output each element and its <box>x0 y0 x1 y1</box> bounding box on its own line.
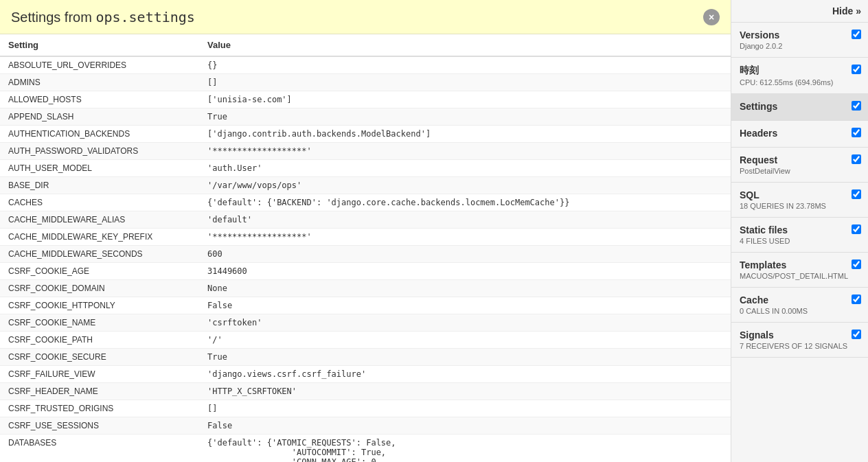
setting-value: 'default' <box>199 211 731 229</box>
setting-value: 'HTTP_X_CSRFTOKEN' <box>199 383 731 400</box>
setting-value: True <box>199 349 731 366</box>
page-title: Settings from ops.settings <box>11 9 195 25</box>
setting-value: True <box>199 108 731 126</box>
table-row: APPEND_SLASHTrue <box>0 108 731 126</box>
setting-value: ['django.contrib.auth.backends.ModelBack… <box>199 126 731 143</box>
sidebar-item-signals[interactable]: Signals7 RECEIVERS OF 12 SIGNALS <box>731 323 868 358</box>
table-row: AUTH_PASSWORD_VALIDATORS'***************… <box>0 143 731 160</box>
table-row: CSRF_COOKIE_HTTPONLYFalse <box>0 297 731 314</box>
sidebar-checkbox-signals[interactable] <box>852 330 861 339</box>
sidebar-item-subtitle-static-files: 4 FILES USED <box>740 237 860 245</box>
sidebar-checkbox-cache[interactable] <box>852 294 861 304</box>
sidebar-item-time[interactable]: 時刻CPU: 612.55ms (694.96ms) <box>731 58 868 94</box>
setting-name: ALLOWED_HOSTS <box>0 91 199 108</box>
setting-name: AUTHENTICATION_BACKENDS <box>0 126 199 143</box>
sidebar-item-static-files[interactable]: Static files4 FILES USED <box>731 218 868 253</box>
sidebar-checkbox-headers[interactable] <box>852 128 861 137</box>
sidebar-item-title-settings: Settings <box>740 101 860 112</box>
table-row: CSRF_HEADER_NAME'HTTP_X_CSRFTOKEN' <box>0 383 731 400</box>
col-setting: Setting <box>0 34 199 56</box>
setting-name: CACHES <box>0 194 199 211</box>
sidebar-item-subtitle-request: PostDetailView <box>740 167 860 175</box>
sidebar-item-title-signals: Signals <box>740 330 860 340</box>
table-row: CSRF_COOKIE_AGE31449600 <box>0 263 731 280</box>
sidebar-checkbox-templates[interactable] <box>852 259 861 269</box>
main-panel: Settings from ops.settings × Setting Val… <box>0 0 731 462</box>
table-row: DATABASES{'default': {'ATOMIC_REQUESTS':… <box>0 435 731 463</box>
setting-value: 31449600 <box>199 263 731 280</box>
setting-name: ABSOLUTE_URL_OVERRIDES <box>0 56 199 74</box>
sidebar-item-cache[interactable]: Cache0 CALLS IN 0.00MS <box>731 288 868 323</box>
table-row: CACHES{'default': {'BACKEND': 'django.co… <box>0 194 731 211</box>
setting-value: '/var/www/vops/ops' <box>199 177 731 194</box>
setting-value: None <box>199 280 731 297</box>
main-header: Settings from ops.settings × <box>0 0 731 34</box>
sidebar-item-versions[interactable]: VersionsDjango 2.0.2 <box>731 23 868 58</box>
close-button[interactable]: × <box>703 9 720 25</box>
hide-button[interactable]: Hide » <box>832 5 861 16</box>
sidebar-item-templates[interactable]: TemplatesMACUOS/POST_DETAIL.HTML <box>731 253 868 288</box>
setting-name: CACHE_MIDDLEWARE_KEY_PREFIX <box>0 229 199 246</box>
setting-name: AUTH_USER_MODEL <box>0 160 199 177</box>
setting-value: 'csrftoken' <box>199 314 731 332</box>
sidebar-item-title-static-files: Static files <box>740 224 860 235</box>
sidebar-checkbox-versions[interactable] <box>852 30 861 39</box>
table-row: CACHE_MIDDLEWARE_SECONDS600 <box>0 246 731 263</box>
setting-value: {'default': {'ATOMIC_REQUESTS': False, '… <box>199 435 731 463</box>
sidebar-top: Hide » <box>731 0 868 23</box>
setting-value: ['unisia-se.com'] <box>199 91 731 108</box>
sidebar-item-title-sql: SQL <box>740 189 860 200</box>
setting-name: BASE_DIR <box>0 177 199 194</box>
table-row: BASE_DIR'/var/www/vops/ops' <box>0 177 731 194</box>
table-row: AUTH_USER_MODEL'auth.User' <box>0 160 731 177</box>
sidebar-checkbox-time[interactable] <box>852 65 861 74</box>
setting-value: {'default': {'BACKEND': 'django.core.cac… <box>199 194 731 211</box>
setting-value: {} <box>199 56 731 74</box>
setting-name: CSRF_COOKIE_SECURE <box>0 349 199 366</box>
setting-name: CACHE_MIDDLEWARE_SECONDS <box>0 246 199 263</box>
sidebar-item-headers[interactable]: Headers <box>731 121 868 148</box>
table-row: AUTHENTICATION_BACKENDS['django.contrib.… <box>0 126 731 143</box>
setting-name: CSRF_COOKIE_HTTPONLY <box>0 297 199 314</box>
setting-name: CSRF_COOKIE_NAME <box>0 314 199 332</box>
sidebar-checkbox-static-files[interactable] <box>852 224 861 234</box>
sidebar-item-subtitle-time: CPU: 612.55ms (694.96ms) <box>740 78 860 86</box>
setting-value: False <box>199 297 731 314</box>
settings-table: Setting Value ABSOLUTE_URL_OVERRIDES{}AD… <box>0 34 731 462</box>
setting-name: ADMINS <box>0 74 199 91</box>
sidebar-item-settings[interactable]: Settings <box>731 94 868 121</box>
sidebar-item-sql[interactable]: SQL18 QUERIES IN 23.78MS <box>731 183 868 218</box>
setting-value: [] <box>199 400 731 417</box>
setting-name: CSRF_COOKIE_PATH <box>0 332 199 349</box>
table-header-row: Setting Value <box>0 34 731 56</box>
sidebar-item-title-cache: Cache <box>740 294 860 305</box>
sidebar-checkbox-sql[interactable] <box>852 189 861 199</box>
sidebar-item-subtitle-signals: 7 RECEIVERS OF 12 SIGNALS <box>740 342 860 350</box>
setting-value: [] <box>199 74 731 91</box>
sidebar-item-title-templates: Templates <box>740 259 860 270</box>
setting-value: 'django.views.csrf.csrf_failure' <box>199 366 731 383</box>
table-row: CSRF_COOKIE_PATH'/' <box>0 332 731 349</box>
table-row: CSRF_USE_SESSIONSFalse <box>0 417 731 435</box>
setting-name: CSRF_HEADER_NAME <box>0 383 199 400</box>
sidebar-checkbox-request[interactable] <box>852 154 861 164</box>
sidebar-item-subtitle-templates: MACUOS/POST_DETAIL.HTML <box>740 272 860 280</box>
setting-name: CSRF_FAILURE_VIEW <box>0 366 199 383</box>
sidebar-checkbox-settings[interactable] <box>852 101 861 111</box>
setting-name: DATABASES <box>0 435 199 463</box>
sidebar-item-title-headers: Headers <box>740 128 860 139</box>
sidebar-item-subtitle-sql: 18 QUERIES IN 23.78MS <box>740 202 860 210</box>
table-row: CACHE_MIDDLEWARE_ALIAS'default' <box>0 211 731 229</box>
sidebar-item-request[interactable]: RequestPostDetailView <box>731 148 868 183</box>
settings-table-container: Setting Value ABSOLUTE_URL_OVERRIDES{}AD… <box>0 34 731 462</box>
sidebar-item-title-versions: Versions <box>740 30 860 41</box>
setting-value: False <box>199 417 731 435</box>
table-row: CSRF_COOKIE_DOMAINNone <box>0 280 731 297</box>
setting-name: CSRF_USE_SESSIONS <box>0 417 199 435</box>
table-row: ABSOLUTE_URL_OVERRIDES{} <box>0 56 731 74</box>
table-row: CSRF_COOKIE_SECURETrue <box>0 349 731 366</box>
sidebar: Hide » VersionsDjango 2.0.2時刻CPU: 612.55… <box>731 0 868 462</box>
table-row: CSRF_COOKIE_NAME'csrftoken' <box>0 314 731 332</box>
settings-tbody: ABSOLUTE_URL_OVERRIDES{}ADMINS[]ALLOWED_… <box>0 56 731 462</box>
setting-name: APPEND_SLASH <box>0 108 199 126</box>
